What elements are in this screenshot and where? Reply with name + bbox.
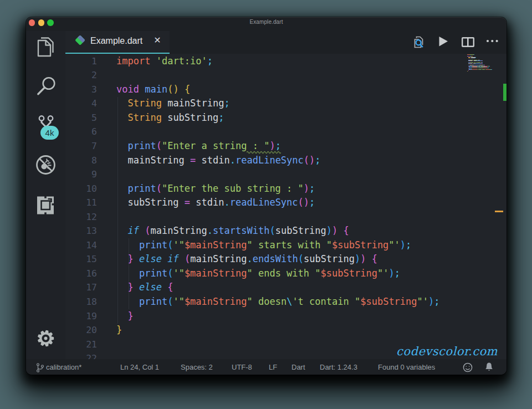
minimap-line-segment <box>489 66 490 67</box>
vscode-window: Example.dart Example.dart ✕ <box>26 17 507 375</box>
line-number: 4 <box>65 96 97 111</box>
debug-disabled-icon[interactable] <box>26 155 65 175</box>
line-number: 18 <box>65 295 97 309</box>
open-changes-icon[interactable] <box>412 36 426 48</box>
line-number: 16 <box>65 267 97 281</box>
status-analysis[interactable]: Found 0 variables <box>378 359 435 375</box>
code-line <box>116 351 440 359</box>
tab-bar: Example.dart ✕ <box>65 31 507 54</box>
titlebar: Example.dart <box>26 17 507 31</box>
minimap-line-segment <box>468 58 471 58</box>
line-number: 3 <box>65 83 97 97</box>
minimap-line-segment <box>482 63 483 64</box>
tab-close-icon[interactable]: ✕ <box>153 36 162 45</box>
notifications-bell-icon[interactable] <box>484 362 494 375</box>
overview-ruler-modified-marker <box>495 211 503 212</box>
code-line <box>116 167 440 182</box>
line-number: 17 <box>65 280 97 295</box>
git-branch-status[interactable]: calibration* <box>46 359 81 375</box>
code-area[interactable]: import 'dart:io';void main() { String ma… <box>116 54 440 359</box>
code-line: } <box>116 309 440 324</box>
git-branch-icon[interactable] <box>36 363 44 372</box>
status-encoding[interactable]: UTF-8 <box>232 359 252 375</box>
code-line: } else { <box>116 280 440 295</box>
minimap-line-segment <box>488 68 489 68</box>
minimap-line-segment <box>471 58 475 58</box>
minimap-line-segment <box>468 70 469 71</box>
code-line <box>116 210 440 224</box>
minimap-line-segment <box>480 69 482 70</box>
code-line <box>116 125 440 139</box>
window-title: Example.dart <box>26 19 507 25</box>
settings-gear-icon[interactable] <box>26 330 65 347</box>
scm-badge: 4k <box>40 126 59 140</box>
status-eol[interactable]: LF <box>269 359 277 375</box>
line-number: 1 <box>65 54 97 69</box>
minimap-line-segment <box>475 57 476 58</box>
line-number: 9 <box>65 167 97 182</box>
code-line: print('"$mainString" starts with "$subSt… <box>116 238 440 253</box>
minimap-line-segment <box>468 60 473 61</box>
line-number: 20 <box>65 323 97 338</box>
minimap-line-segment <box>475 58 475 58</box>
minimap-line-segment <box>467 71 468 71</box>
line-number: 8 <box>65 154 97 168</box>
line-number: 12 <box>65 210 97 224</box>
code-line: if (mainString.startsWith(subString)) { <box>116 224 440 238</box>
status-cursor[interactable]: Ln 24, Col 1 <box>120 359 159 375</box>
code-line: import 'dart:io'; <box>116 54 440 69</box>
code-line: } <box>116 323 440 338</box>
code-line: String subString; <box>116 111 440 125</box>
code-line: } else if (mainString.endsWith(subString… <box>116 252 440 267</box>
minimap-line-segment <box>472 68 477 68</box>
line-number: 7 <box>65 139 97 154</box>
minimap-line-segment <box>483 68 487 68</box>
watermark-text: codevscolor.com <box>396 345 498 358</box>
warning-squiggle <box>247 151 280 154</box>
line-number: 2 <box>65 68 97 83</box>
line-number: 10 <box>65 182 97 196</box>
extensions-icon[interactable] <box>26 196 65 215</box>
line-number: 5 <box>65 111 97 125</box>
status-indent[interactable]: Spaces: 2 <box>181 359 213 375</box>
editor-pane[interactable]: 12345678910111213141516171819202122 impo… <box>65 54 507 359</box>
search-icon[interactable] <box>26 76 65 97</box>
line-number: 11 <box>65 196 97 210</box>
minimap-line-segment <box>470 54 474 55</box>
feedback-smiley-icon[interactable] <box>463 362 473 375</box>
minimap-line-segment <box>474 54 474 55</box>
code-line: subString = stdin.readLineSync(); <box>116 196 440 210</box>
code-line: print('"$mainString" ends with "$subStri… <box>116 267 440 281</box>
minimap-line-segment <box>468 63 472 64</box>
code-line: print("Enter the sub string : "); <box>116 182 440 196</box>
explorer-icon[interactable] <box>26 37 65 57</box>
code-line: print('"$mainString" doesn\'t contain "$… <box>116 295 440 309</box>
split-editor-icon[interactable] <box>462 37 474 47</box>
dart-file-icon <box>75 35 85 45</box>
code-line: String mainString; <box>116 96 440 111</box>
minimap-line-segment <box>482 69 485 70</box>
tab-example-dart[interactable]: Example.dart ✕ <box>65 31 170 54</box>
status-bar: calibration* Ln 24, Col 1Spaces: 2UTF-8L… <box>26 359 507 375</box>
line-number: 21 <box>65 338 97 352</box>
line-number: 14 <box>65 238 97 253</box>
status-language[interactable]: Dart <box>291 359 305 375</box>
line-number: 6 <box>65 125 97 139</box>
status-sdk[interactable]: Dart: 1.24.3 <box>320 359 357 375</box>
more-actions-icon[interactable] <box>486 39 498 43</box>
line-number: 13 <box>65 224 97 238</box>
line-number: 15 <box>65 252 97 267</box>
run-icon[interactable] <box>438 36 448 47</box>
code-line <box>116 68 440 83</box>
minimap-line-segment <box>480 68 482 68</box>
minimap-line-segment <box>482 60 483 61</box>
minimap-line-segment <box>492 69 492 70</box>
code-line: mainString = stdin.readLineSync(); <box>116 154 440 168</box>
code-line <box>116 338 440 352</box>
code-line: void main() { <box>116 83 440 97</box>
minimap-line-segment <box>476 60 481 61</box>
tab-label: Example.dart <box>90 36 142 46</box>
line-number: 19 <box>65 309 97 324</box>
minimap-line-segment <box>478 68 480 68</box>
line-numbers-gutter: 12345678910111213141516171819202122 <box>65 54 97 359</box>
